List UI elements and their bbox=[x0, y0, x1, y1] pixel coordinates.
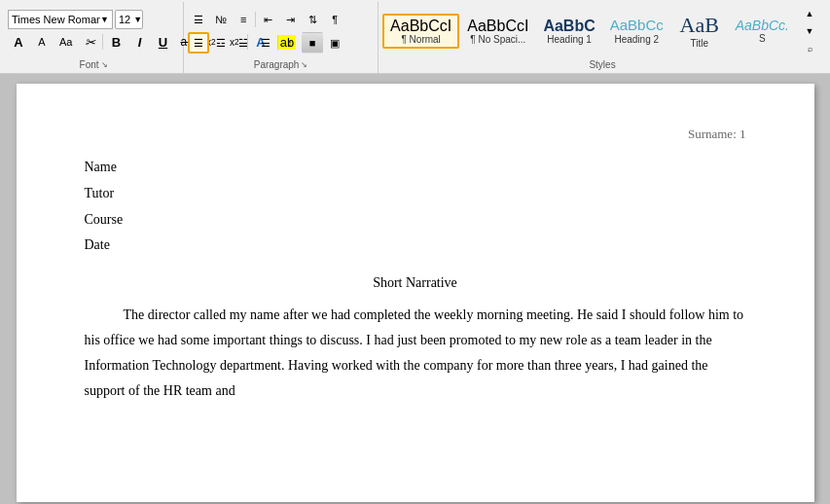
paragraph-group: ☰ № ≡ ⇤ ⇥ ⇅ ¶ ☰ ☲ ☱ ☰ bbox=[184, 2, 379, 73]
decrease-indent-button[interactable]: ⇤ bbox=[257, 9, 278, 30]
doc-info-date: Date bbox=[85, 233, 746, 259]
align-center-button[interactable]: ☲ bbox=[210, 32, 232, 54]
align-right-button[interactable]: ☱ bbox=[233, 32, 254, 54]
paragraph-group-footer[interactable]: Paragraph ↘ bbox=[188, 58, 374, 71]
style-no-spacing-label: ¶ No Spaci... bbox=[470, 34, 525, 45]
paragraph-expand-icon[interactable]: ↘ bbox=[301, 60, 307, 69]
style-heading2-label: Heading 2 bbox=[614, 34, 659, 45]
style-title-preview: AaB bbox=[680, 14, 719, 37]
font-name-value: Times New Roman bbox=[12, 14, 100, 25]
doc-info-tutor: Tutor bbox=[85, 181, 746, 207]
paragraph-group-content: ☰ № ≡ ⇤ ⇥ ⇅ ¶ ☰ ☲ ☱ ☰ bbox=[188, 4, 374, 58]
font-size-dropdown-icon[interactable]: ▼ bbox=[133, 15, 142, 24]
ribbon-toolbar: Times New Roman ▼ 12 ▼ A A Aa ✂ bbox=[0, 0, 830, 74]
ribbon: Times New Roman ▼ 12 ▼ A A Aa ✂ bbox=[0, 0, 830, 74]
font-size-box[interactable]: 12 ▼ bbox=[115, 10, 143, 29]
info-name-label: Name bbox=[85, 160, 117, 174]
para-sep1 bbox=[255, 12, 256, 27]
justify-button[interactable]: ☰ bbox=[255, 32, 276, 54]
font-size-value: 12 bbox=[116, 14, 133, 25]
styles-group: AaBbCcI ¶ Normal AaBbCcI ¶ No Spaci... A… bbox=[379, 2, 826, 73]
clear-format-button[interactable]: ✂ bbox=[79, 31, 100, 53]
doc-info-name: Name bbox=[85, 155, 746, 181]
style-heading2[interactable]: AaBbCc Heading 2 bbox=[603, 15, 670, 48]
style-title[interactable]: AaB Title bbox=[671, 11, 728, 51]
increase-indent-button[interactable]: ⇥ bbox=[279, 9, 301, 30]
paragraph-row2: ☰ ☲ ☱ ☰ ↕ ■ ▣ bbox=[188, 32, 345, 54]
style-normal-preview: AaBbCcI bbox=[390, 18, 451, 35]
style-heading1-label: Heading 1 bbox=[547, 34, 592, 45]
numbering-button[interactable]: № bbox=[210, 9, 232, 30]
shrink-font-button[interactable]: A bbox=[31, 31, 53, 53]
bullets-button[interactable]: ☰ bbox=[188, 9, 209, 30]
styles-group-footer: Styles bbox=[382, 58, 822, 71]
font-group-label: Font bbox=[80, 59, 99, 70]
font-group-footer[interactable]: Font ↘ bbox=[8, 58, 179, 71]
sort-button[interactable]: ⇅ bbox=[302, 9, 323, 30]
style-heading1[interactable]: AaBbC Heading 1 bbox=[536, 15, 601, 49]
document-page[interactable]: Surname: 1 Name Tutor Course Date Short … bbox=[17, 84, 814, 502]
font-name-box[interactable]: Times New Roman ▼ bbox=[8, 10, 113, 29]
styles-group-label: Styles bbox=[589, 59, 615, 70]
paragraph-group-label: Paragraph bbox=[254, 59, 300, 70]
show-marks-button[interactable]: ¶ bbox=[324, 9, 345, 30]
underline-button[interactable]: U bbox=[152, 31, 173, 53]
grow-font-button[interactable]: A bbox=[8, 31, 29, 53]
font-name-dropdown-icon[interactable]: ▼ bbox=[100, 15, 109, 24]
doc-title: Short Narrative bbox=[85, 270, 746, 295]
italic-button[interactable]: I bbox=[128, 31, 150, 53]
document-area: Surname: 1 Name Tutor Course Date Short … bbox=[0, 74, 830, 504]
info-tutor-label: Tutor bbox=[85, 186, 115, 200]
styles-scroll-controls: ▲ ▼ ⌕ bbox=[797, 4, 822, 58]
style-subtitle[interactable]: AaBbCc. S bbox=[729, 16, 796, 47]
styles-scroll-down[interactable]: ▼ bbox=[799, 23, 820, 39]
align-left-button[interactable]: ☰ bbox=[188, 32, 209, 54]
styles-more[interactable]: ⌕ bbox=[799, 41, 820, 56]
style-subtitle-label: S bbox=[759, 33, 766, 44]
info-course-label: Course bbox=[85, 212, 124, 227]
multilevel-list-button[interactable]: ≡ bbox=[233, 9, 254, 30]
borders-button[interactable]: ▣ bbox=[324, 32, 345, 54]
font-group-content: Times New Roman ▼ 12 ▼ A A Aa ✂ bbox=[8, 4, 179, 58]
style-heading1-preview: AaBbC bbox=[543, 18, 595, 35]
page-header: Surname: 1 bbox=[85, 123, 746, 145]
shading-button[interactable]: ■ bbox=[302, 32, 323, 54]
change-case-button[interactable]: Aa bbox=[54, 31, 77, 53]
style-no-spacing-preview: AaBbCcI bbox=[467, 18, 528, 35]
doc-info-block: Name Tutor Course Date bbox=[85, 155, 746, 258]
doc-info-course: Course bbox=[85, 207, 746, 234]
body-paragraph-text: The director called my name after we had… bbox=[85, 307, 744, 398]
body-paragraph: The director called my name after we had… bbox=[85, 303, 746, 404]
bold-button[interactable]: B bbox=[105, 31, 126, 53]
style-normal-label: ¶ Normal bbox=[401, 34, 440, 45]
info-date-label: Date bbox=[85, 237, 110, 252]
style-no-spacing[interactable]: AaBbCcI ¶ No Spaci... bbox=[460, 15, 535, 49]
paragraph-controls: ☰ № ≡ ⇤ ⇥ ⇅ ¶ ☰ ☲ ☱ ☰ bbox=[188, 9, 345, 54]
doc-body: The director called my name after we had… bbox=[85, 303, 746, 404]
style-subtitle-preview: AaBbCc. bbox=[736, 18, 789, 33]
style-normal[interactable]: AaBbCcI ¶ Normal bbox=[382, 14, 459, 50]
paragraph-row1: ☰ № ≡ ⇤ ⇥ ⇅ ¶ bbox=[188, 9, 345, 30]
doc-title-text: Short Narrative bbox=[373, 275, 457, 290]
separator1 bbox=[102, 34, 103, 50]
styles-scroll-up[interactable]: ▲ bbox=[799, 6, 820, 21]
font-expand-icon[interactable]: ↘ bbox=[101, 60, 108, 69]
line-spacing-button[interactable]: ↕ bbox=[279, 32, 301, 54]
styles-group-content: AaBbCcI ¶ Normal AaBbCcI ¶ No Spaci... A… bbox=[382, 4, 822, 58]
style-title-label: Title bbox=[690, 38, 708, 49]
header-text: Surname: 1 bbox=[688, 126, 746, 141]
para-sep2 bbox=[277, 35, 278, 51]
font-group: Times New Roman ▼ 12 ▼ A A Aa ✂ bbox=[4, 2, 184, 73]
style-heading2-preview: AaBbCc bbox=[610, 18, 664, 34]
